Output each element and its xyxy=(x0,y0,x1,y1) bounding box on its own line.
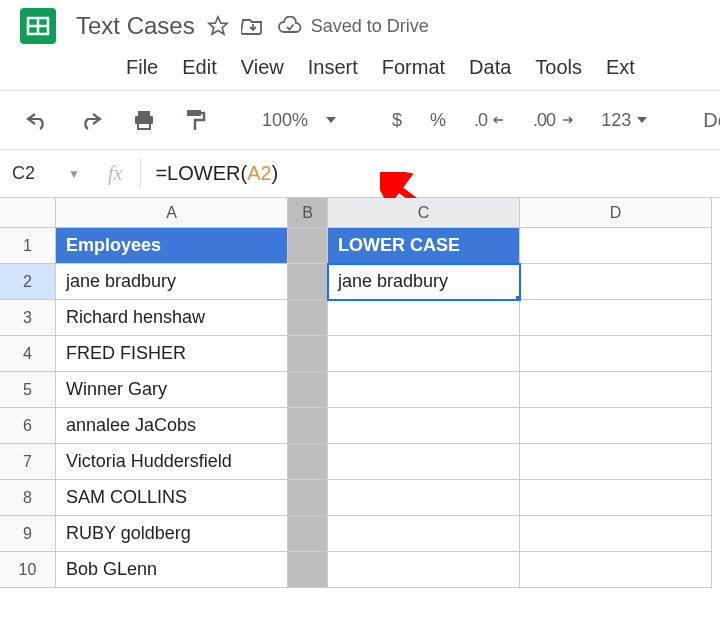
formula-input[interactable]: =LOWER(A2) xyxy=(141,162,278,185)
undo-icon[interactable] xyxy=(14,104,60,136)
cell[interactable] xyxy=(288,480,328,516)
svg-rect-5 xyxy=(138,111,150,116)
cell[interactable] xyxy=(328,444,520,480)
cell[interactable]: Richard henshaw xyxy=(56,300,288,336)
zoom-dropdown[interactable]: 100% xyxy=(252,104,346,137)
cell[interactable] xyxy=(328,372,520,408)
cell[interactable]: RUBY goldberg xyxy=(56,516,288,552)
column-header[interactable]: C xyxy=(328,198,520,228)
saved-status-label: Saved to Drive xyxy=(311,16,429,37)
cell[interactable] xyxy=(288,336,328,372)
currency-button[interactable]: $ xyxy=(382,104,412,137)
cell[interactable]: FRED FISHER xyxy=(56,336,288,372)
row-header[interactable]: 7 xyxy=(0,444,56,480)
cell[interactable] xyxy=(520,408,712,444)
column-header[interactable]: D xyxy=(520,198,712,228)
cell[interactable] xyxy=(328,552,520,588)
cell[interactable] xyxy=(520,444,712,480)
document-title[interactable]: Text Cases xyxy=(76,12,195,40)
cell[interactable]: Victoria Huddersfield xyxy=(56,444,288,480)
svg-marker-10 xyxy=(637,117,647,123)
formula-bar: C2 ▼ fx =LOWER(A2) xyxy=(0,150,720,198)
cell[interactable] xyxy=(288,300,328,336)
menu-edit[interactable]: Edit xyxy=(182,56,216,79)
menu-file[interactable]: File xyxy=(126,56,158,79)
cell[interactable]: annalee JaCobs xyxy=(56,408,288,444)
row-header[interactable]: 10 xyxy=(0,552,56,588)
star-icon[interactable] xyxy=(207,15,229,37)
cell[interactable] xyxy=(328,516,520,552)
number-format-dropdown[interactable]: 123 xyxy=(591,104,657,137)
cell[interactable] xyxy=(288,264,328,300)
fx-icon: fx xyxy=(90,158,141,190)
menu-extensions[interactable]: Ext xyxy=(606,56,635,79)
decrease-decimal-button[interactable]: .0 xyxy=(464,104,515,137)
row-header[interactable]: 9 xyxy=(0,516,56,552)
cell[interactable] xyxy=(328,408,520,444)
column-header[interactable]: A xyxy=(56,198,288,228)
row-header[interactable]: 2 xyxy=(0,264,56,300)
cell[interactable] xyxy=(520,336,712,372)
row-header[interactable]: 3 xyxy=(0,300,56,336)
cell[interactable] xyxy=(520,372,712,408)
cell[interactable] xyxy=(520,228,712,264)
cell[interactable]: Winner Gary xyxy=(56,372,288,408)
cell[interactable] xyxy=(288,372,328,408)
name-box[interactable]: C2 ▼ xyxy=(0,163,90,184)
cell[interactable] xyxy=(328,336,520,372)
cell[interactable] xyxy=(520,552,712,588)
cell[interactable] xyxy=(520,480,712,516)
print-icon[interactable] xyxy=(122,103,166,137)
row-header[interactable]: 4 xyxy=(0,336,56,372)
menu-insert[interactable]: Insert xyxy=(308,56,358,79)
cell[interactable] xyxy=(288,444,328,480)
toolbar: 100% $ % .0 .00 123 Def xyxy=(0,90,720,150)
svg-marker-4 xyxy=(209,17,227,34)
sheets-logo-icon[interactable] xyxy=(14,2,62,50)
percent-button[interactable]: % xyxy=(420,104,456,137)
move-icon[interactable] xyxy=(241,16,265,36)
menu-data[interactable]: Data xyxy=(469,56,511,79)
cell[interactable]: LOWER CASE xyxy=(328,228,520,264)
cell[interactable]: SAM COLLINS xyxy=(56,480,288,516)
svg-rect-8 xyxy=(187,110,201,116)
increase-decimal-button[interactable]: .00 xyxy=(523,104,583,137)
spreadsheet-grid[interactable]: A B C D 1 Employees LOWER CASE 2 jane br… xyxy=(0,198,720,588)
cell[interactable]: jane bradbury xyxy=(56,264,288,300)
row-header[interactable]: 8 xyxy=(0,480,56,516)
select-all-corner[interactable] xyxy=(0,198,56,228)
cell[interactable] xyxy=(288,552,328,588)
row-header[interactable]: 5 xyxy=(0,372,56,408)
menu-tools[interactable]: Tools xyxy=(535,56,582,79)
chevron-down-icon[interactable]: ▼ xyxy=(68,167,80,181)
cell[interactable] xyxy=(520,264,712,300)
cell[interactable] xyxy=(328,480,520,516)
cell[interactable]: Employees xyxy=(56,228,288,264)
cell[interactable] xyxy=(328,300,520,336)
cell[interactable] xyxy=(520,516,712,552)
menu-bar: File Edit View Insert Format Data Tools … xyxy=(0,44,720,90)
cell-active[interactable]: jane bradbury xyxy=(328,264,520,300)
cell[interactable] xyxy=(520,300,712,336)
cell[interactable] xyxy=(288,516,328,552)
font-dropdown[interactable]: Def xyxy=(693,103,720,138)
paint-format-icon[interactable] xyxy=(174,102,216,138)
cloud-saved-icon xyxy=(277,16,303,36)
row-header[interactable]: 6 xyxy=(0,408,56,444)
cell[interactable]: Bob GLenn xyxy=(56,552,288,588)
cell[interactable] xyxy=(288,408,328,444)
column-header[interactable]: B xyxy=(288,198,328,228)
menu-view[interactable]: View xyxy=(241,56,284,79)
row-header[interactable]: 1 xyxy=(0,228,56,264)
redo-icon[interactable] xyxy=(68,104,114,136)
svg-marker-9 xyxy=(326,117,336,123)
menu-format[interactable]: Format xyxy=(382,56,445,79)
cell[interactable] xyxy=(288,228,328,264)
